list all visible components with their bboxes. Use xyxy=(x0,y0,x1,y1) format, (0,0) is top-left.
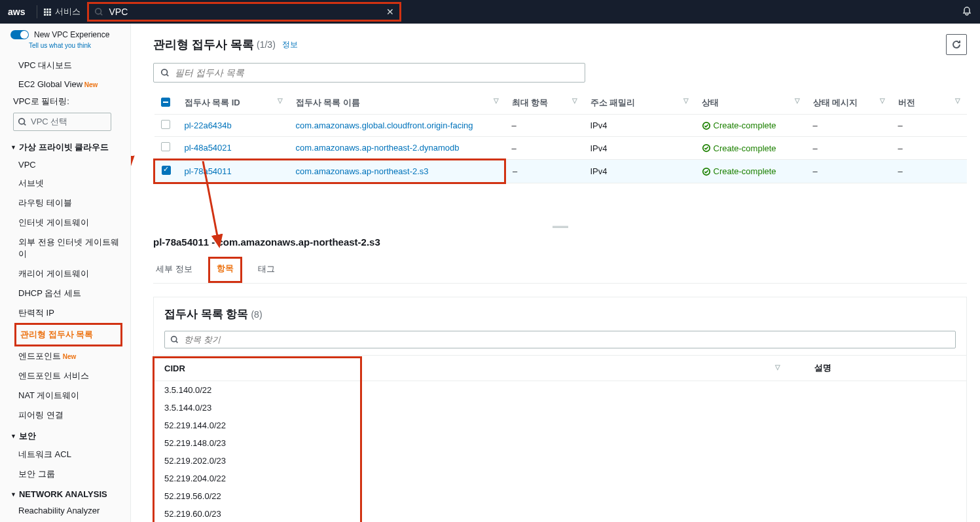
cell-cidr: 52.219.148.0/23 xyxy=(154,434,804,452)
cidr-row[interactable]: 52.219.56.0/22 xyxy=(154,487,966,505)
cell-desc xyxy=(804,434,966,452)
clear-search-icon[interactable]: ✕ xyxy=(386,7,394,17)
sidebar-item-carrier-gw[interactable]: 캐리어 게이트웨이 xyxy=(0,264,130,284)
cidr-row[interactable]: 52.219.144.0/22 xyxy=(154,417,966,434)
cell-family: IPv4 xyxy=(584,160,695,183)
entries-filter-input[interactable] xyxy=(184,335,950,345)
sidebar-item-igw[interactable]: 인터넷 게이트웨이 xyxy=(0,213,130,233)
tab-tags[interactable]: 태그 xyxy=(255,257,278,283)
col-max[interactable]: 최대 항목 xyxy=(512,98,549,107)
sidebar: New VPC Experience Tell us what you thin… xyxy=(0,24,131,522)
cell-desc xyxy=(804,381,966,400)
tab-details[interactable]: 세부 정보 xyxy=(153,257,195,283)
sidebar-item-nacl[interactable]: 네트워크 ACL xyxy=(0,445,130,464)
services-menu[interactable]: 서비스 xyxy=(44,6,81,18)
sidebar-item-endpoints[interactable]: 엔드포인트 xyxy=(0,346,130,366)
aws-logo[interactable]: aws xyxy=(8,7,25,17)
detail-heading: pl-78a54011 - com.amazonaws.ap-northeast… xyxy=(153,230,967,252)
refresh-button[interactable] xyxy=(946,34,967,55)
table-row[interactable]: pl-78a54011com.amazonaws.ap-northeast-2.… xyxy=(154,160,968,183)
entries-filter[interactable] xyxy=(164,331,956,348)
cell-cidr: 52.219.144.0/22 xyxy=(154,417,804,434)
col-family[interactable]: 주소 패밀리 xyxy=(590,98,636,107)
sidebar-item-eip[interactable]: 탄력적 IP xyxy=(0,303,130,323)
table-row[interactable]: pl-48a54021com.amazonaws.ap-northeast-2.… xyxy=(154,137,968,160)
cidr-row[interactable]: 52.219.202.0/23 xyxy=(154,452,966,470)
prefix-name-link[interactable]: com.amazonaws.ap-northeast-2.s3 xyxy=(296,166,429,176)
global-search[interactable]: ✕ xyxy=(87,2,401,22)
table-row[interactable]: pl-22a6434bcom.amazonaws.global.cloudfro… xyxy=(154,115,968,137)
col-name[interactable]: 접두사 목록 이름 xyxy=(296,98,360,107)
sidebar-item-egress-igw[interactable]: 외부 전용 인터넷 게이트웨이 xyxy=(0,233,130,264)
split-handle[interactable] xyxy=(140,223,980,230)
row-checkbox[interactable] xyxy=(162,166,171,175)
sidebar-item-route-table[interactable]: 라우팅 테이블 xyxy=(0,193,130,213)
col-desc[interactable]: 설명 xyxy=(814,363,831,373)
cidr-row[interactable]: 3.5.144.0/23 xyxy=(154,399,966,417)
search-input[interactable] xyxy=(109,7,394,17)
cell-max: – xyxy=(505,115,584,137)
main-content: 관리형 접두사 목록 (1/3) 정보 접두사 목록 ID▽ 접두사 목록 이름… xyxy=(131,24,980,522)
cidr-row[interactable]: 52.219.60.0/23 xyxy=(154,505,966,522)
cell-max: – xyxy=(505,137,584,160)
prefix-filter-input[interactable] xyxy=(175,67,578,78)
divider xyxy=(37,5,37,18)
sidebar-item-nat[interactable]: NAT 게이트웨이 xyxy=(0,386,130,405)
sidebar-item-prefix-lists[interactable]: 관리형 접두사 목록 xyxy=(16,325,120,345)
refresh-icon xyxy=(951,39,962,50)
page-count: (1/3) xyxy=(257,39,276,50)
col-state[interactable]: 상태 xyxy=(702,98,719,107)
top-nav: aws 서비스 ✕ xyxy=(0,0,980,24)
notifications-button[interactable] xyxy=(962,6,972,18)
cidr-row[interactable]: 52.219.148.0/23 xyxy=(154,434,966,452)
entries-count: (8) xyxy=(251,309,262,320)
sidebar-section-vpc[interactable]: 가상 프라이빗 클라우드 xyxy=(0,136,130,156)
tab-entries[interactable]: 항목 xyxy=(208,257,242,283)
cell-version: – xyxy=(892,160,968,183)
sidebar-section-security[interactable]: 보안 xyxy=(0,425,130,445)
cidr-row[interactable]: 52.219.204.0/22 xyxy=(154,470,966,487)
sidebar-item-vpc[interactable]: VPC xyxy=(0,156,130,174)
col-id[interactable]: 접두사 목록 ID xyxy=(185,98,240,107)
col-cidr[interactable]: CIDR xyxy=(164,364,185,373)
prefix-name-link[interactable]: com.amazonaws.ap-northeast-2.dynamodb xyxy=(296,143,460,153)
sidebar-item-peering[interactable]: 피어링 연결 xyxy=(0,405,130,425)
search-icon xyxy=(94,7,103,16)
sidebar-item-subnet[interactable]: 서브넷 xyxy=(0,174,130,193)
row-checkbox[interactable] xyxy=(161,120,170,129)
prefix-id-link[interactable]: pl-48a54021 xyxy=(185,143,232,153)
cell-version: – xyxy=(892,137,968,160)
prefix-filter[interactable] xyxy=(153,63,585,83)
prefix-id-link[interactable]: pl-22a6434b xyxy=(185,121,232,130)
cell-cidr: 52.219.56.0/22 xyxy=(154,487,804,505)
row-checkbox[interactable] xyxy=(161,142,170,151)
vpc-filter-select[interactable]: VPC 선택 xyxy=(13,113,111,131)
new-experience-toggle[interactable] xyxy=(10,30,29,39)
sidebar-item-dhcp[interactable]: DHCP 옵션 세트 xyxy=(0,284,130,303)
highlight-prefix-lists: 관리형 접두사 목록 xyxy=(14,323,122,346)
cell-cidr: 3.5.140.0/22 xyxy=(154,381,804,400)
col-version[interactable]: 버전 xyxy=(898,98,915,107)
sidebar-item-reachability[interactable]: Reachability Analyzer xyxy=(0,502,130,519)
sidebar-item-endpoint-svc[interactable]: 엔드포인트 서비스 xyxy=(0,366,130,386)
info-link[interactable]: 정보 xyxy=(282,39,298,50)
cell-desc xyxy=(804,487,966,505)
services-label: 서비스 xyxy=(55,6,81,18)
grip-icon xyxy=(553,226,568,228)
cell-family: IPv4 xyxy=(584,137,695,160)
entries-title: 접두사 목록 항목 xyxy=(164,307,248,322)
prefix-name-link[interactable]: com.amazonaws.global.cloudfront.origin-f… xyxy=(296,121,473,130)
bell-icon xyxy=(962,6,972,16)
feedback-link[interactable]: Tell us what you think xyxy=(29,42,130,49)
prefix-id-link[interactable]: pl-78a54011 xyxy=(185,166,232,176)
cidr-row[interactable]: 3.5.140.0/22 xyxy=(154,381,966,400)
sidebar-section-analysis[interactable]: NETWORK ANALYSIS xyxy=(0,484,130,502)
select-all-checkbox[interactable] xyxy=(161,98,170,107)
cell-family: IPv4 xyxy=(584,115,695,137)
status-badge: Create-complete xyxy=(702,166,800,176)
sidebar-item-ec2-global[interactable]: EC2 Global View xyxy=(0,75,130,93)
prefix-table: 접두사 목록 ID▽ 접두사 목록 이름▽ 최대 항목▽ 주소 패밀리▽ 상태▽… xyxy=(153,92,967,184)
sidebar-item-dashboard[interactable]: VPC 대시보드 xyxy=(0,56,130,75)
col-state-msg[interactable]: 상태 메시지 xyxy=(813,98,858,107)
sidebar-item-sg[interactable]: 보안 그룹 xyxy=(0,464,130,484)
